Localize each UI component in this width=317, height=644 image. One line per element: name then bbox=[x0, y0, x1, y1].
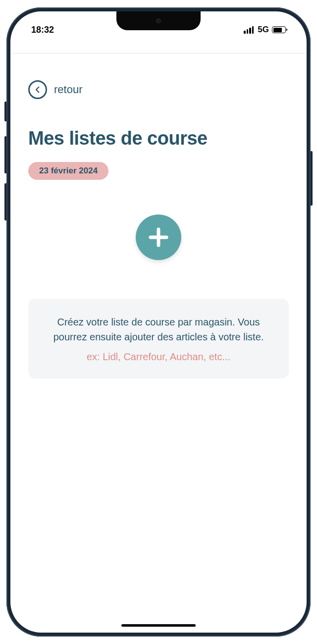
power-button bbox=[311, 151, 313, 206]
back-button[interactable]: retour bbox=[28, 80, 82, 99]
home-indicator[interactable] bbox=[121, 624, 196, 627]
screen: 18:32 5G retour Mes bbox=[10, 11, 307, 633]
back-arrow-icon bbox=[28, 80, 47, 99]
info-text: Créez votre liste de course par magasin.… bbox=[42, 315, 275, 344]
network-label: 5G bbox=[258, 25, 269, 35]
add-list-button[interactable] bbox=[136, 215, 181, 260]
content-area: retour Mes listes de course 23 février 2… bbox=[10, 80, 307, 378]
volume-down-button bbox=[4, 183, 6, 220]
info-example: ex: Lidl, Carrefour, Auchan, etc... bbox=[42, 351, 275, 363]
plus-icon bbox=[146, 224, 171, 250]
device-notch bbox=[116, 11, 201, 30]
volume-switch bbox=[4, 102, 6, 121]
info-card: Créez votre liste de course par magasin.… bbox=[28, 299, 289, 378]
volume-up-button bbox=[4, 136, 6, 173]
battery-icon bbox=[272, 26, 286, 33]
back-label: retour bbox=[54, 83, 82, 96]
date-badge: 23 février 2024 bbox=[28, 162, 108, 180]
battery-fill bbox=[273, 28, 282, 32]
signal-icon bbox=[244, 26, 254, 34]
header-divider bbox=[10, 53, 307, 54]
page-title: Mes listes de course bbox=[28, 128, 289, 149]
device-frame: 18:32 5G retour Mes bbox=[6, 7, 311, 637]
status-indicators: 5G bbox=[244, 25, 286, 35]
status-time: 18:32 bbox=[31, 25, 54, 35]
